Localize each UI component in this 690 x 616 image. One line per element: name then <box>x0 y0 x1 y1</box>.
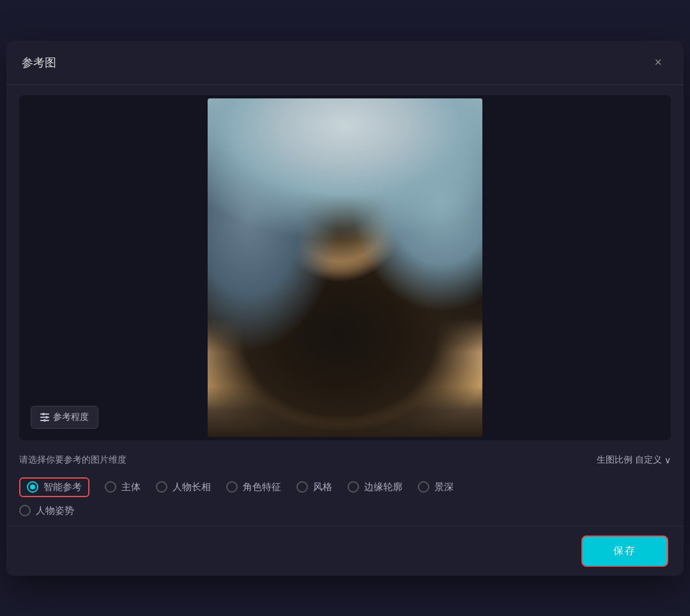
radio-label-portrait: 人物长相 <box>172 481 211 493</box>
radio-character[interactable]: 角色特征 <box>226 477 281 497</box>
sliders-icon <box>40 413 49 421</box>
radio-depth[interactable]: 景深 <box>418 477 454 497</box>
mona-lisa-painting <box>208 98 482 437</box>
radio-subject[interactable]: 主体 <box>105 477 141 497</box>
dialog-header: 参考图 × <box>6 41 684 85</box>
radio-label-pose: 人物姿势 <box>36 505 74 517</box>
dialog-footer: 保存 <box>6 526 684 576</box>
close-button[interactable]: × <box>648 52 668 73</box>
reference-degree-button[interactable]: 参考程度 <box>31 406 98 429</box>
chevron-down-icon: ∨ <box>664 455 671 465</box>
radio-circle-subject <box>105 481 116 493</box>
radio-circle-character <box>226 481 238 493</box>
radio-label-character: 角色特征 <box>243 481 281 493</box>
ratio-label: 生图比例 <box>597 454 632 466</box>
image-preview-area: 参考程度 <box>19 95 671 440</box>
radio-label-depth: 景深 <box>434 481 454 493</box>
radio-smart-ref[interactable]: 智能参考 <box>19 477 89 497</box>
radio-options-row2: 人物姿势 <box>6 504 684 526</box>
radio-circle-pose <box>19 505 31 516</box>
radio-edge[interactable]: 边缘轮廓 <box>348 477 402 497</box>
radio-options-row1: 智能参考 主体 人物长相 角色特征 风格 边缘轮廓 景深 <box>6 471 684 504</box>
radio-circle-edge <box>348 481 359 493</box>
radio-label-style: 风格 <box>313 481 332 493</box>
radio-circle-style <box>296 481 308 493</box>
ratio-value: 自定义 <box>635 454 662 466</box>
radio-label-subject: 主体 <box>121 481 141 493</box>
radio-circle-depth <box>418 481 429 493</box>
dialog-title: 参考图 <box>22 55 56 70</box>
radio-label-edge: 边缘轮廓 <box>364 481 402 493</box>
radio-style[interactable]: 风格 <box>296 477 332 497</box>
reference-image-dialog: 参考图 × 参考程度 请选择你要参考的图片维度 生图比例 自定义 ∨ 智能参考 <box>6 41 684 576</box>
radio-portrait[interactable]: 人物长相 <box>156 477 211 497</box>
reference-image <box>208 98 482 437</box>
ratio-selector[interactable]: 生图比例 自定义 ∨ <box>597 454 671 466</box>
dimension-prompt: 请选择你要参考的图片维度 <box>19 454 126 466</box>
options-row: 请选择你要参考的图片维度 生图比例 自定义 ∨ <box>6 448 684 471</box>
radio-circle-smart <box>27 481 38 493</box>
radio-pose[interactable]: 人物姿势 <box>19 505 74 517</box>
radio-circle-portrait <box>156 481 167 493</box>
save-button[interactable]: 保存 <box>581 535 668 567</box>
radio-label-smart: 智能参考 <box>43 481 82 493</box>
